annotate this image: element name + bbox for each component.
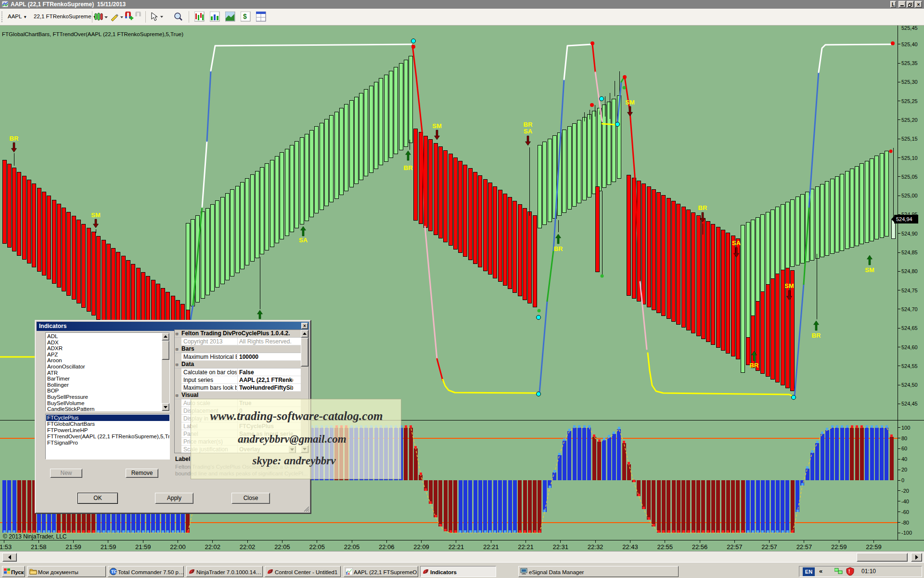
svg-text:22:21: 22:21 [449,543,464,551]
svg-text:-40: -40 [901,499,909,504]
svg-text:525,15: 525,15 [901,136,918,142]
svg-text:525,10: 525,10 [901,155,918,161]
svg-text:525,00: 525,00 [901,193,918,198]
svg-text:525,05: 525,05 [901,174,918,180]
svg-text:22:05: 22:05 [344,543,360,551]
svg-text:525,20: 525,20 [901,117,918,123]
svg-text:21:58: 21:58 [31,543,47,551]
svg-text:524,45: 524,45 [901,401,918,407]
svg-text:525,45: 525,45 [901,26,918,31]
svg-text:BR: BR [698,204,707,211]
svg-text:80: 80 [901,435,907,441]
svg-text:21:53: 21:53 [0,543,12,551]
svg-text:-60: -60 [901,509,909,515]
svg-text:22:02: 22:02 [205,543,221,551]
svg-text:524,70: 524,70 [901,306,918,312]
svg-text:524,55: 524,55 [901,363,918,369]
svg-text:22:59: 22:59 [866,543,882,551]
svg-text:SA: SA [732,239,741,247]
svg-text:22:59: 22:59 [831,543,847,551]
svg-text:524,94: 524,94 [896,216,912,222]
svg-text:524,75: 524,75 [901,288,918,293]
svg-text:22:00: 22:00 [170,543,186,551]
svg-text:BR: BR [554,245,563,252]
svg-text:22:57: 22:57 [796,543,812,551]
svg-text:$: $ [243,13,247,20]
svg-text:!: ! [848,569,850,574]
svg-text:525,25: 525,25 [901,98,918,104]
svg-text:22:43: 22:43 [622,543,638,551]
svg-text:524,65: 524,65 [901,325,918,331]
svg-text:0: 0 [901,477,904,483]
svg-text:© 2013 NinjaTrader, LLC: © 2013 NinjaTrader, LLC [3,533,67,540]
svg-text:SM: SM [91,211,101,219]
svg-text:21:59: 21:59 [101,543,116,551]
svg-text:-20: -20 [901,488,909,494]
svg-text:20: 20 [901,467,907,473]
svg-text:BR: BR [524,121,533,128]
svg-text:22:05: 22:05 [309,543,325,551]
svg-text:SM: SM [865,266,874,274]
svg-text:21:59: 21:59 [65,543,81,551]
svg-text:22:21: 22:21 [483,543,499,551]
svg-text:524,85: 524,85 [901,250,918,255]
svg-text:524,90: 524,90 [901,231,918,236]
svg-text:SM: SM [784,282,794,289]
svg-text:22:57: 22:57 [761,543,777,551]
svg-text:22:09: 22:09 [413,543,429,551]
svg-text:BR: BR [404,164,413,171]
svg-text:22:06: 22:06 [379,543,395,551]
svg-text:SA: SA [524,128,533,135]
svg-text:SM: SM [625,99,635,106]
svg-text:22:56: 22:56 [692,543,708,551]
svg-text:100: 100 [901,425,910,431]
svg-text:525,35: 525,35 [901,60,918,66]
svg-text:22:57: 22:57 [727,543,743,551]
svg-text:FTGlobalChartBars, FTTrendOver: FTGlobalChartBars, FTTrendOver(AAPL (22,… [2,31,183,37]
svg-text:524,80: 524,80 [901,268,918,274]
svg-text:524,50: 524,50 [901,382,918,388]
svg-text:22:55: 22:55 [657,543,673,551]
svg-text:BR: BR [750,362,759,369]
svg-text:-100: -100 [901,530,912,536]
svg-text:TC: TC [111,569,117,574]
svg-text:BR: BR [812,332,821,339]
svg-text:BR: BR [10,135,19,142]
svg-text:22:05: 22:05 [274,543,290,551]
svg-text:525,40: 525,40 [901,41,918,47]
svg-text:524,60: 524,60 [901,344,918,350]
svg-text:525,30: 525,30 [901,79,918,85]
svg-text:60: 60 [901,446,907,451]
svg-text:SA: SA [299,236,308,244]
svg-text:40: 40 [901,456,907,462]
svg-text:22:21: 22:21 [518,543,534,551]
svg-text:SM: SM [432,122,442,130]
svg-text:22:02: 22:02 [240,543,256,551]
svg-text:22:31: 22:31 [553,543,569,551]
svg-text:-80: -80 [901,520,909,525]
svg-text:22:32: 22:32 [588,543,603,551]
svg-text:21:59: 21:59 [135,543,151,551]
